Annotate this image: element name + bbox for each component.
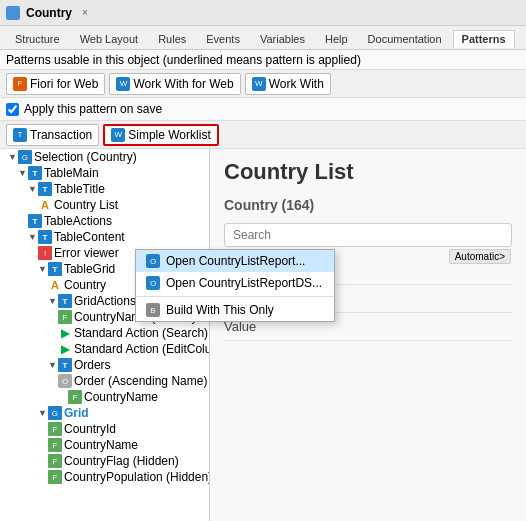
open-ds-icon: O <box>146 276 160 290</box>
simple-worklist-button[interactable]: W Simple Worklist <box>103 124 218 146</box>
tree-item-tabletitle[interactable]: ▼ T TableTitle <box>0 181 209 197</box>
context-menu-item-build[interactable]: B Build With This Only <box>136 299 334 321</box>
tree-panel: ▼ G Selection (Country) ▼ T TableMain ▼ … <box>0 149 210 521</box>
tree-item-countrylist[interactable]: A Country List <box>0 197 209 213</box>
country-text-icon: A <box>48 278 62 292</box>
tab-rules[interactable]: Rules <box>149 30 195 47</box>
right-panel-title: Country List <box>224 159 512 185</box>
work-with-for-web-button[interactable]: W Work With for Web <box>109 73 240 95</box>
order-icon: O <box>58 374 72 388</box>
context-menu: O Open CountryListReport... O Open Count… <box>135 249 335 322</box>
work-with-button[interactable]: W Work With <box>245 73 331 95</box>
patterns-bar: Patterns usable in this object (underlin… <box>0 50 526 70</box>
orders-icon: T <box>58 358 72 372</box>
pattern-toolbar: F Fiori for Web W Work With for Web W Wo… <box>0 70 526 98</box>
countryname-filter-icon: F <box>58 310 72 324</box>
search-input[interactable] <box>233 228 503 242</box>
tab-web-layout[interactable]: Web Layout <box>71 30 148 47</box>
context-menu-item-open-reportds[interactable]: O Open CountryListReportDS... <box>136 272 334 294</box>
tree-item-order-ascending[interactable]: O Order (Ascending Name) <box>0 373 209 389</box>
open-report-label: Open CountryListReport... <box>166 254 305 268</box>
tableactions-icon: T <box>28 214 42 228</box>
tree-item-countryname-order[interactable]: F CountryName <box>0 389 209 405</box>
tree-item-selection[interactable]: ▼ G Selection (Country) <box>0 149 209 165</box>
selection-icon: G <box>18 150 32 164</box>
tablegrid-icon: T <box>48 262 62 276</box>
tree-item-countrypopulation[interactable]: F CountryPopulation (Hidden) <box>0 469 209 485</box>
tabletitle-icon: T <box>38 182 52 196</box>
tablemain-icon: T <box>28 166 42 180</box>
tab-help[interactable]: Help <box>316 30 357 47</box>
open-icon: O <box>146 254 160 268</box>
worklist-icon: W <box>111 128 125 142</box>
countrylist-text-icon: A <box>38 198 52 212</box>
title-bar-close[interactable]: × <box>82 7 88 18</box>
tree-item-orders[interactable]: ▼ T Orders <box>0 357 209 373</box>
auto-badge: Automatic> <box>449 249 511 264</box>
search-box[interactable] <box>224 223 512 247</box>
tab-events[interactable]: Events <box>197 30 249 47</box>
tree-item-tablecontent[interactable]: ▼ T TableContent <box>0 229 209 245</box>
countrypopulation-icon: F <box>48 470 62 484</box>
tab-documentation[interactable]: Documentation <box>359 30 451 47</box>
tab-patterns[interactable]: Patterns <box>453 30 515 48</box>
build-icon: B <box>146 303 160 317</box>
errorviewer-icon: ! <box>38 246 52 260</box>
build-label: Build With This Only <box>166 303 274 317</box>
tree-item-countryid[interactable]: F CountryId <box>0 421 209 437</box>
title-bar: Country × <box>0 0 526 26</box>
title-bar-text: Country <box>26 6 72 20</box>
right-panel-subtitle: Country (164) <box>224 197 512 213</box>
apply-on-save-label: Apply this pattern on save <box>24 102 162 116</box>
tree-item-tablemain[interactable]: ▼ T TableMain <box>0 165 209 181</box>
gridactions-icon: T <box>58 294 72 308</box>
countryname-icon: F <box>48 438 62 452</box>
tablecontent-icon: T <box>38 230 52 244</box>
main-area: ▼ G Selection (Country) ▼ T TableMain ▼ … <box>0 149 526 521</box>
countryflag-icon: F <box>48 454 62 468</box>
tree-item-countryflag[interactable]: F CountryFlag (Hidden) <box>0 453 209 469</box>
checkbox-row: Apply this pattern on save <box>0 98 526 121</box>
open-reportds-label: Open CountryListReportDS... <box>166 276 322 290</box>
transaction-button[interactable]: T Transaction <box>6 124 99 146</box>
tree-item-editcolumns-action[interactable]: ▶ Standard Action (EditColumns) <box>0 341 209 357</box>
countryid-icon: F <box>48 422 62 436</box>
search-action-icon: ▶ <box>58 326 72 340</box>
right-panel: Country List Country (164) Name Value Va… <box>210 149 526 521</box>
tree-item-grid[interactable]: ▼ G Grid <box>0 405 209 421</box>
second-toolbar: T Transaction W Simple Worklist <box>0 121 526 149</box>
country-icon <box>6 6 20 20</box>
tab-variables[interactable]: Variables <box>251 30 314 47</box>
apply-on-save-checkbox[interactable] <box>6 103 19 116</box>
grid-icon: G <box>48 406 62 420</box>
tree-item-tableactions[interactable]: T TableActions <box>0 213 209 229</box>
patterns-description: Patterns usable in this object (underlin… <box>6 53 361 67</box>
tree-item-search-action[interactable]: ▶ Standard Action (Search) <box>0 325 209 341</box>
editcolumns-action-icon: ▶ <box>58 342 72 356</box>
transaction-icon: T <box>13 128 27 142</box>
work-web-icon: W <box>116 77 130 91</box>
tab-bar: Structure Web Layout Rules Events Variab… <box>0 26 526 50</box>
tab-structure[interactable]: Structure <box>6 30 69 47</box>
countryname-order-icon: F <box>68 390 82 404</box>
fiori-for-web-button[interactable]: F Fiori for Web <box>6 73 105 95</box>
context-menu-item-open-report[interactable]: O Open CountryListReport... <box>136 250 334 272</box>
work-icon: W <box>252 77 266 91</box>
fiori-icon: F <box>13 77 27 91</box>
tree-item-countryname[interactable]: F CountryName <box>0 437 209 453</box>
